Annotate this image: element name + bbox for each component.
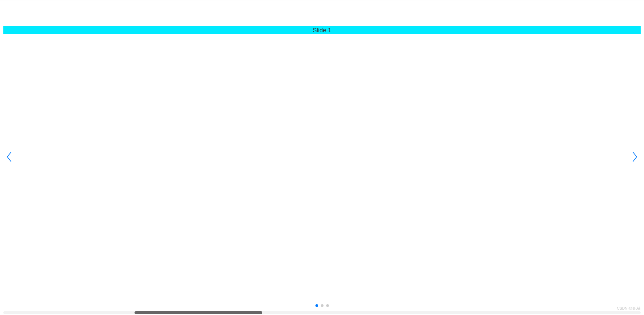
- scrollbar-track[interactable]: [3, 311, 641, 314]
- slide-label: Slide 1: [313, 27, 331, 34]
- scrollbar-thumb[interactable]: [135, 311, 262, 314]
- chevron-right-icon: [632, 149, 638, 166]
- chevron-left-icon: [6, 149, 12, 166]
- pagination: [315, 304, 329, 307]
- pagination-bullet-1[interactable]: [315, 304, 318, 307]
- prev-button[interactable]: [5, 149, 14, 166]
- next-button[interactable]: [630, 149, 639, 166]
- swiper-container: Slide 1: [3, 26, 641, 308]
- pagination-bullet-2[interactable]: [321, 304, 324, 307]
- pagination-bullet-3[interactable]: [326, 304, 329, 307]
- top-divider: [0, 0, 644, 0]
- slide-header: Slide 1: [3, 26, 641, 34]
